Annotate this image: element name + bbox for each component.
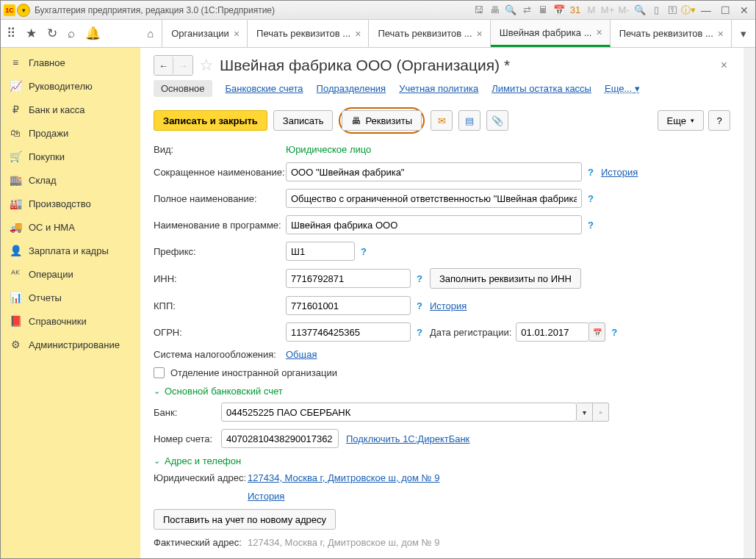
sidebar-item-admin[interactable]: ⚙Администрирование <box>1 333 140 356</box>
register-new-addr-button[interactable]: Поставить на учет по новому адресу <box>154 509 336 530</box>
open-button[interactable]: ▫ <box>593 403 609 422</box>
close-icon[interactable]: × <box>234 28 240 40</box>
kpp-input[interactable] <box>286 296 411 315</box>
help-icon[interactable]: ? <box>588 193 594 204</box>
section-tab-limits[interactable]: Лимиты остатка кассы <box>492 83 591 94</box>
sidebar-item-references[interactable]: 📕Справочники <box>1 309 140 333</box>
tab-2[interactable]: Печать реквизитов ... × <box>369 20 490 47</box>
tab-overflow[interactable]: ▾ <box>732 20 755 47</box>
more-button[interactable]: Еще ▾ <box>658 110 704 131</box>
help-icon[interactable]: ? <box>588 220 594 231</box>
maximize-button[interactable]: ☐ <box>717 4 733 17</box>
star-icon[interactable]: ★ <box>26 26 37 41</box>
print-icon[interactable]: 🖶 <box>488 4 501 17</box>
ogrn-input[interactable] <box>286 322 411 342</box>
m-minus-icon[interactable]: M- <box>617 4 630 17</box>
details-button[interactable]: 🖶Реквизиты <box>342 110 422 131</box>
m-icon[interactable]: M <box>585 4 598 17</box>
sidebar-item-bank[interactable]: ₽Банк и касса <box>1 98 140 121</box>
dropdown-button[interactable]: ▾ <box>577 403 593 422</box>
sidebar-item-sales[interactable]: 🛍Продажи <box>1 121 140 145</box>
close-icon[interactable]: × <box>477 28 483 40</box>
history-link[interactable]: История <box>430 300 467 311</box>
section-tab-dept[interactable]: Подразделения <box>317 83 386 94</box>
fill-by-inn-button[interactable]: Заполнить реквизиты по ИНН <box>430 268 581 289</box>
apps-icon[interactable]: ⠿ <box>7 26 15 41</box>
minimize-button[interactable]: — <box>698 4 714 17</box>
section-tab-policy[interactable]: Учетная политика <box>399 83 478 94</box>
compare-icon[interactable]: ⇄ <box>520 4 533 17</box>
history-icon[interactable]: ↻ <box>47 26 57 41</box>
close-icon[interactable]: × <box>355 28 361 40</box>
sidebar-item-main[interactable]: ≡Главное <box>1 51 140 74</box>
m-plus-icon[interactable]: M+ <box>601 4 614 17</box>
panel-icon[interactable]: ▯ <box>649 4 663 17</box>
sidebar-item-reports[interactable]: 📊Отчеты <box>1 286 140 309</box>
short-name-input[interactable] <box>286 162 582 181</box>
nav-back-button[interactable]: ← <box>154 56 173 75</box>
home-tab[interactable]: ⌂ <box>139 20 162 47</box>
history-link[interactable]: История <box>601 167 638 178</box>
tab-1[interactable]: Печать реквизитов ... × <box>248 20 369 47</box>
inn-input[interactable] <box>286 269 411 288</box>
close-page-button[interactable]: × <box>718 59 730 72</box>
save-close-button[interactable]: Записать и закрыть <box>154 110 267 131</box>
key-icon[interactable]: ⚿ <box>666 4 679 17</box>
help-icon[interactable]: ? <box>611 327 617 338</box>
foreign-checkbox[interactable] <box>154 367 165 378</box>
save-icon[interactable]: 🖫 <box>472 4 485 17</box>
calendar-icon[interactable]: 📅 <box>589 322 605 342</box>
bank-input[interactable] <box>221 403 577 422</box>
scrollbar[interactable] <box>744 48 755 558</box>
section-tab-bank[interactable]: Банковские счета <box>226 83 303 94</box>
bell-icon[interactable]: 🔔 <box>85 26 101 41</box>
help-button[interactable]: ? <box>708 110 730 131</box>
mail-button[interactable]: ✉ <box>431 110 453 131</box>
help-icon[interactable]: ? <box>417 327 422 338</box>
help-icon[interactable]: ? <box>417 273 422 284</box>
sidebar-item-manager[interactable]: 📈Руководителю <box>1 74 140 98</box>
tab-3[interactable]: Швейная фабрика ... × <box>491 20 611 47</box>
close-button[interactable]: ✕ <box>736 4 752 17</box>
tab-4[interactable]: Печать реквизитов ... × <box>611 20 732 47</box>
tab-0[interactable]: Организации × <box>162 20 248 47</box>
tab-label: Печать реквизитов ... <box>378 28 472 39</box>
app-menu-dropdown[interactable]: ▾ <box>17 4 30 17</box>
full-name-input[interactable] <box>286 189 582 208</box>
sidebar-item-assets[interactable]: 🚚ОС и НМА <box>1 215 140 239</box>
sidebar-item-purchase[interactable]: 🛒Покупки <box>1 145 140 168</box>
sidebar-item-warehouse[interactable]: 🏬Склад <box>1 168 140 192</box>
prefix-input[interactable] <box>286 242 355 261</box>
date-icon[interactable]: 31 <box>569 4 582 17</box>
help-icon[interactable]: ? <box>588 167 594 178</box>
info-icon[interactable]: ⓘ▾ <box>682 4 695 17</box>
save-button[interactable]: Записать <box>273 110 334 131</box>
section-tab-main[interactable]: Основное <box>154 80 212 97</box>
zoom-icon[interactable]: 🔍 <box>633 4 647 17</box>
sidebar-item-production[interactable]: 🏭Производство <box>1 192 140 215</box>
directbank-link[interactable]: Подключить 1С:ДиректБанк <box>346 433 469 444</box>
close-icon[interactable]: × <box>596 26 602 38</box>
favorite-icon[interactable]: ☆ <box>199 56 214 75</box>
prog-name-input[interactable] <box>286 215 582 234</box>
calc-icon[interactable]: 🖩 <box>536 4 550 17</box>
preview-icon[interactable]: 🔍 <box>504 4 517 17</box>
sidebar-item-operations[interactable]: ᴬᴷОперации <box>1 262 140 286</box>
calendar-icon[interactable]: 📅 <box>552 4 566 17</box>
help-icon[interactable]: ? <box>417 300 422 311</box>
bank-section-header[interactable]: ⌄Основной банковский счет <box>154 386 730 397</box>
nav-forward-button[interactable]: → <box>173 56 192 75</box>
legal-addr-link[interactable]: 127434, Москва г, Дмитровское ш, дом № 9 <box>248 472 439 483</box>
section-tab-more[interactable]: Еще... ▾ <box>605 83 640 94</box>
reg-date-input[interactable] <box>516 322 589 342</box>
close-icon[interactable]: × <box>718 28 724 40</box>
sidebar-item-salary[interactable]: 👤Зарплата и кадры <box>1 239 140 262</box>
search-icon[interactable]: ⌕ <box>68 26 75 41</box>
attach-button[interactable]: 📎 <box>486 110 508 131</box>
addr-history-link[interactable]: История <box>248 491 284 502</box>
address-section-header[interactable]: ⌄Адрес и телефон <box>154 455 730 466</box>
tax-link[interactable]: Общая <box>286 349 317 360</box>
help-icon[interactable]: ? <box>361 246 367 257</box>
acc-input[interactable] <box>221 429 339 448</box>
list-button[interactable]: ▤ <box>458 110 480 131</box>
